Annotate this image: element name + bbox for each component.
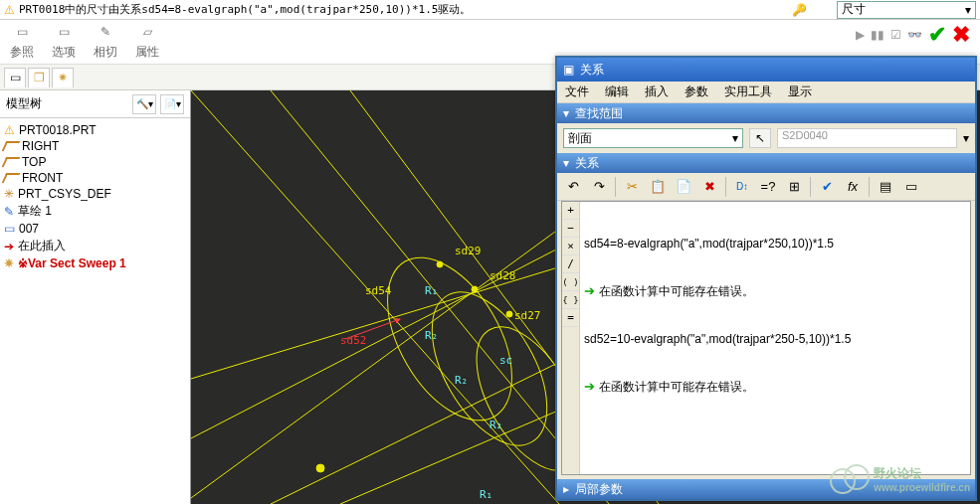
- insert-icon: ➔: [4, 240, 14, 253]
- model-tree-panel: 模型树 🔨▾ 📄▾ ⚠PRT0018.PRT RIGHT TOP FRONT ✳…: [0, 90, 191, 504]
- relations-text-area[interactable]: sd54=8-evalgraph("a",mod(trajpar*250,10)…: [580, 202, 970, 474]
- brackets-button[interactable]: ⊞: [782, 176, 806, 198]
- delete-button[interactable]: ✖: [697, 176, 721, 198]
- menu-insert[interactable]: 插入: [645, 84, 669, 100]
- datum-icon: [2, 157, 21, 167]
- relations-section-header[interactable]: ▾ 关系: [557, 153, 975, 173]
- collapse-icon: ▾: [563, 156, 569, 170]
- fx-button[interactable]: fx: [841, 176, 865, 198]
- op-brace[interactable]: { }: [562, 291, 579, 309]
- error-marker-icon: ➔: [584, 379, 595, 395]
- window-button[interactable]: ▭: [899, 176, 923, 198]
- dim-label-sd52[interactable]: sd52: [340, 334, 367, 347]
- tree-tool-1[interactable]: 🔨▾: [132, 94, 156, 114]
- relations-titlebar[interactable]: ▣ 关系: [557, 58, 975, 82]
- cut-button[interactable]: ✂: [620, 176, 644, 198]
- dim-label-sd29[interactable]: sd29: [455, 245, 482, 257]
- relations-title: 关系: [580, 62, 604, 79]
- tree-tool-2[interactable]: 📄▾: [160, 94, 184, 114]
- tab-layers[interactable]: ❐: [28, 68, 50, 87]
- tree-item-front[interactable]: FRONT: [2, 170, 188, 186]
- dimension-dropdown[interactable]: 尺寸▾: [837, 1, 976, 19]
- undo-button[interactable]: ↶: [561, 176, 585, 198]
- tree-item-sketch[interactable]: ✎草绘 1: [2, 202, 188, 221]
- cancel-button[interactable]: ✖: [952, 22, 970, 48]
- tree-item-csys[interactable]: ✳PRT_CSYS_DEF: [2, 186, 188, 202]
- relations-menubar: 文件 编辑 插入 参数 实用工具 显示: [557, 82, 975, 103]
- glasses-icon[interactable]: 👓: [907, 28, 922, 42]
- watermark: 野火论坛 www.proewildfire.cn: [830, 464, 970, 494]
- paste-button[interactable]: 📄: [672, 176, 695, 198]
- status-message: PRT0018中的尺寸由关系sd54=8-evalgraph("a",mod(t…: [19, 2, 762, 17]
- dim-label-sc[interactable]: sc: [499, 354, 512, 367]
- tree-item-007[interactable]: ▭007: [2, 221, 188, 237]
- pick-button[interactable]: ↖: [749, 128, 771, 148]
- dim-label-r2c: R₂: [490, 419, 502, 431]
- menu-file[interactable]: 文件: [565, 84, 589, 100]
- op-paren[interactable]: ( ): [562, 273, 579, 291]
- checkbox-icon[interactable]: ☑: [890, 28, 901, 42]
- menu-edit[interactable]: 编辑: [605, 84, 629, 100]
- op-div[interactable]: /: [562, 255, 579, 273]
- svg-point-13: [472, 286, 478, 292]
- tree-item-sweep[interactable]: ✷※Var Sect Sweep 1: [2, 255, 188, 271]
- tree-item-part[interactable]: ⚠PRT0018.PRT: [2, 122, 188, 138]
- properties-button[interactable]: ▱属性: [135, 22, 159, 61]
- menu-params[interactable]: 参数: [685, 84, 708, 100]
- tangent-button[interactable]: ✎相切: [94, 22, 117, 61]
- datum-icon: [2, 173, 21, 183]
- tree-item-top[interactable]: TOP: [2, 154, 188, 170]
- feature-icon: ▭: [4, 222, 15, 236]
- menu-utilities[interactable]: 实用工具: [724, 84, 772, 100]
- scope-dropdown[interactable]: 剖面▾: [563, 128, 743, 148]
- svg-point-11: [316, 464, 324, 472]
- copy-button[interactable]: 📋: [646, 176, 670, 198]
- error-line: 在函数计算中可能存在错误。: [599, 379, 754, 395]
- reference-button[interactable]: ▭参照: [10, 22, 34, 61]
- op-eq[interactable]: =: [562, 309, 579, 327]
- relations-dialog[interactable]: ▣ 关系 文件 编辑 插入 参数 实用工具 显示 ▾ 查找范围 剖面▾ ↖ S2…: [555, 56, 977, 501]
- code-line: sd52=10-evalgraph("a",mod(trajpar*250-5,…: [584, 331, 966, 347]
- svg-point-12: [437, 261, 443, 267]
- svg-point-14: [506, 311, 512, 317]
- op-mult[interactable]: ×: [562, 238, 579, 255]
- tab-favorites[interactable]: ✷: [52, 68, 74, 87]
- collapse-icon: ▾: [563, 106, 569, 120]
- options-button[interactable]: ▭选项: [52, 22, 76, 61]
- list-button[interactable]: ▤: [874, 176, 897, 198]
- dim-label-sd54[interactable]: sd54: [365, 284, 392, 297]
- play-icon[interactable]: ▶: [856, 28, 865, 42]
- operator-gutter: + − × / ( ) { } =: [562, 202, 580, 474]
- sketch-icon: ✎: [4, 205, 14, 219]
- find-scope-row: 剖面▾ ↖ S2D0040 ▾: [557, 123, 975, 153]
- model-tree: ⚠PRT0018.PRT RIGHT TOP FRONT ✳PRT_CSYS_D…: [0, 118, 190, 275]
- pause-icon[interactable]: ▮▮: [871, 28, 884, 42]
- dims-button[interactable]: D↕: [730, 176, 754, 198]
- equals-button[interactable]: =?: [756, 176, 780, 198]
- tree-item-insert[interactable]: ➔在此插入: [2, 237, 188, 255]
- verify-button[interactable]: ✔: [815, 176, 839, 198]
- dim-label-r1a: R₁: [425, 284, 438, 297]
- confirm-button[interactable]: ✔: [928, 22, 946, 48]
- tab-model[interactable]: ▭: [4, 68, 26, 87]
- app-icon: ▣: [563, 63, 574, 77]
- scope-name-field[interactable]: S2D0040: [777, 128, 957, 148]
- status-bar: ⚠ PRT0018中的尺寸由关系sd54=8-evalgraph("a",mod…: [0, 0, 980, 20]
- redo-button[interactable]: ↷: [587, 176, 611, 198]
- dim-label-sd27[interactable]: sd27: [514, 309, 541, 322]
- dim-label-r1b: R₁: [480, 488, 492, 501]
- relations-toolbar: ↶ ↷ ✂ 📋 📄 ✖ D↕ =? ⊞ ✔ fx ▤ ▭: [557, 173, 975, 201]
- sweep-icon: ✷: [4, 256, 14, 270]
- model-tree-title: 模型树: [6, 95, 42, 112]
- dim-label-r2a: R₂: [425, 329, 438, 342]
- op-plus[interactable]: +: [562, 202, 579, 220]
- find-scope-header[interactable]: ▾ 查找范围: [557, 103, 975, 123]
- tree-item-right[interactable]: RIGHT: [2, 138, 188, 154]
- svg-point-8: [362, 237, 538, 441]
- menu-show[interactable]: 显示: [788, 84, 812, 100]
- warning-icon: ⚠: [4, 3, 15, 17]
- op-minus[interactable]: −: [562, 220, 579, 238]
- datum-icon: [2, 141, 21, 151]
- dim-label-sd28[interactable]: sd28: [490, 269, 516, 282]
- csys-icon: ✳: [4, 187, 14, 201]
